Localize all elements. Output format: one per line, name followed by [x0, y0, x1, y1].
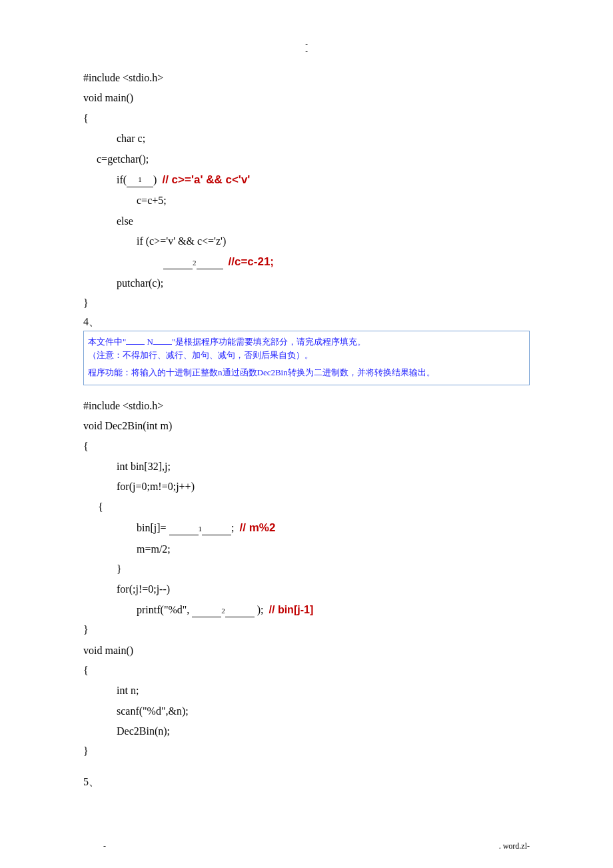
code-line: c=getchar(); [97, 149, 530, 169]
code-line-printf-blank-2: printf("%d", 2 ); // bin[j-1] [137, 600, 530, 620]
code-line: int bin[32],j; [117, 457, 530, 477]
code-line: void main() [83, 641, 530, 661]
code-line: } [83, 741, 530, 761]
header-dash-2: - [83, 47, 530, 55]
blank-1: 1 [127, 173, 153, 187]
code-line: { [83, 109, 530, 129]
code-line: void Dec2Bin(int m) [83, 416, 530, 436]
header-dashes: - - [83, 40, 530, 55]
answer-annotation-3: // m%2 [240, 521, 276, 534]
code-line-blank-2: 2 //c=c-21; [163, 251, 530, 273]
blank-left [169, 521, 199, 535]
answer-annotation-2: //c=c-21; [229, 255, 275, 268]
blank-right [202, 521, 231, 535]
code-text: ) [153, 174, 157, 185]
code-line: c=c+5; [137, 191, 530, 211]
code-line: { [83, 437, 530, 457]
code-line: #include <stdio.h> [83, 396, 530, 416]
ib-text: "是根据程序功能需要填充部分，请完成程序填充。 [172, 337, 366, 347]
blank-left [192, 603, 221, 617]
code-line: int n; [117, 681, 530, 701]
code-line-if-blank-1: if(1) // c>='a' && c<'v' [117, 169, 530, 191]
code-text: if( [117, 174, 127, 185]
blank-right [225, 603, 255, 617]
code-line: } [117, 559, 530, 579]
code-line: char c; [117, 129, 530, 149]
code-line: else [117, 211, 530, 231]
code-line: Dec2Bin(n); [117, 721, 530, 741]
instruction-line-3: 程序功能：将输入的十进制正整数n通过函数Dec2Bin转换为二进制数，并将转换结… [88, 366, 525, 379]
code-line: } [83, 620, 530, 640]
code-line: #include <stdio.h> [83, 68, 530, 88]
code-line: } [83, 293, 530, 313]
code-line: { [98, 497, 530, 517]
code-block-2: #include <stdio.h> void Dec2Bin(int m) {… [83, 396, 530, 762]
ib-blank [126, 337, 145, 345]
code-line: scanf("%d",&n); [117, 701, 530, 721]
code-line-bin-blank-1: bin[j]= 1 ; // m%2 [137, 517, 530, 539]
code-line: m=m/2; [137, 539, 530, 559]
page-container: - - #include <stdio.h> void main() { cha… [0, 0, 613, 868]
ib-text: 本文件中" [88, 337, 126, 347]
code-block-1: #include <stdio.h> void main() { char c;… [83, 68, 530, 314]
code-line: putchar(c); [117, 273, 530, 293]
code-line: for(j=0;m!=0;j++) [117, 477, 530, 497]
code-line: { [83, 661, 530, 681]
instruction-line-2: （注意：不得加行、减行、加句、减句，否则后果自负）。 [88, 349, 525, 362]
ib-blank [153, 337, 172, 345]
answer-annotation-4: // bin[j-1] [269, 604, 314, 615]
instruction-line-1: 本文件中" N"是根据程序功能需要填充部分，请完成程序填充。 [88, 335, 525, 349]
code-text: ); [255, 604, 264, 615]
blank-2-right [197, 255, 223, 269]
ib-text: N [147, 337, 153, 347]
instruction-box: 本文件中" N"是根据程序功能需要填充部分，请完成程序填充。 （注意：不得加行、… [83, 331, 530, 385]
code-text: ; [231, 522, 234, 533]
footer-right: . word.zl- [499, 841, 530, 851]
section-4-label: 4、 [83, 315, 530, 329]
code-line: if (c>='v' && c<='z') [137, 231, 530, 251]
code-text: bin[j]= [137, 522, 169, 533]
blank-2-left [163, 255, 193, 269]
footer-left: - [103, 841, 106, 851]
code-line: void main() [83, 88, 530, 108]
section-5-label: 5、 [83, 775, 530, 789]
answer-annotation-1: // c>='a' && c<'v' [162, 173, 250, 186]
code-line: for(;j!=0;j--) [117, 579, 530, 599]
code-text: printf("%d", [137, 604, 192, 615]
